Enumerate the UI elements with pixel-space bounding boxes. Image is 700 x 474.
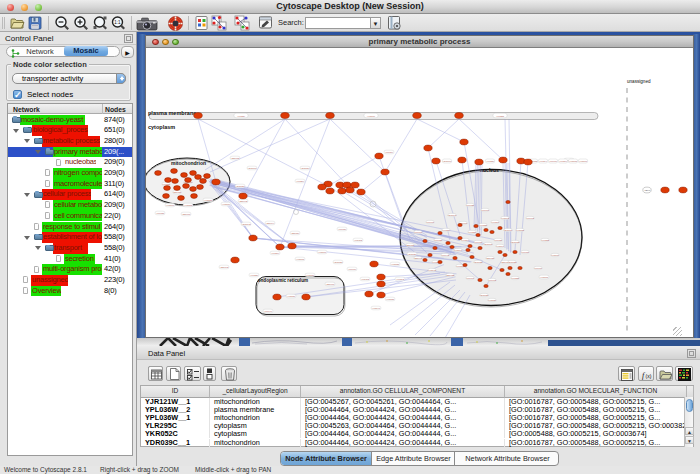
svg-text:YBR022: YBR022	[446, 274, 455, 276]
svg-text:YLR112: YLR112	[354, 239, 363, 241]
svg-text:YLR137: YLR137	[287, 295, 296, 297]
svg-text:YPL087: YPL087	[521, 251, 530, 253]
svg-text:YKL239: YKL239	[237, 115, 246, 117]
svg-text:plasma membrane: plasma membrane	[148, 110, 196, 116]
svg-text:YPL078: YPL078	[474, 241, 483, 243]
svg-text:YLR171: YLR171	[318, 251, 327, 253]
svg-text:YLR185: YLR185	[391, 263, 400, 265]
svg-text:mitochondrion: mitochondrion	[171, 160, 206, 166]
svg-text:YKL230: YKL230	[442, 229, 451, 231]
svg-text:YBR094: YBR094	[266, 222, 275, 224]
svg-text:YLR165: YLR165	[540, 276, 549, 278]
svg-text:YDRC27: YDRC27	[479, 294, 489, 296]
svg-text:YLR188: YLR188	[386, 298, 395, 300]
svg-text:YPL040: YPL040	[264, 310, 273, 312]
svg-text:YPL012: YPL012	[526, 217, 535, 219]
svg-text:cytoplasm: cytoplasm	[148, 124, 175, 130]
svg-text:YDRC29: YDRC29	[407, 253, 417, 255]
svg-text:YPL067: YPL067	[466, 277, 475, 279]
svg-text:YPL077: YPL077	[426, 221, 435, 223]
svg-text:YPL070: YPL070	[348, 268, 357, 270]
svg-text:YBR041: YBR041	[414, 257, 423, 259]
svg-text:YKL227: YKL227	[468, 231, 477, 233]
svg-text:YKL294: YKL294	[539, 160, 548, 162]
svg-text:YPL013: YPL013	[488, 279, 497, 281]
svg-text:YDRC34: YDRC34	[300, 167, 310, 169]
svg-text:YBR071: YBR071	[182, 213, 191, 215]
svg-text:YKL269: YKL269	[271, 252, 280, 254]
svg-text:YPL043: YPL043	[441, 254, 450, 256]
svg-text:YDRC28: YDRC28	[507, 261, 517, 263]
svg-text:YPL080: YPL080	[338, 228, 347, 230]
svg-text:YDRC25: YDRC25	[473, 261, 483, 263]
svg-text:YBR077: YBR077	[326, 283, 335, 285]
svg-text:YDRC88: YDRC88	[510, 241, 520, 243]
svg-text:YLR171: YLR171	[166, 204, 175, 206]
svg-text:YLR178: YLR178	[569, 160, 578, 162]
svg-text:YBR081: YBR081	[406, 244, 415, 246]
svg-text:YBR093: YBR093	[220, 266, 229, 268]
svg-text:YDRC67: YDRC67	[483, 243, 493, 245]
svg-text:YLR123: YLR123	[204, 199, 213, 201]
svg-text:YBR056: YBR056	[173, 191, 182, 193]
svg-text:YLR177: YLR177	[579, 160, 588, 162]
svg-text:YKL266: YKL266	[491, 221, 500, 223]
svg-text:YBR037: YBR037	[486, 257, 495, 259]
svg-text:YDRC79: YDRC79	[442, 160, 452, 162]
svg-text:YKL238: YKL238	[511, 277, 520, 279]
svg-text:YLR132: YLR132	[516, 229, 525, 231]
svg-text:YLR170: YLR170	[222, 203, 231, 205]
svg-text:1:1: 1:1	[114, 20, 121, 25]
svg-text:YEL0: YEL0	[644, 189, 651, 192]
svg-text:YPL088: YPL088	[156, 212, 165, 214]
svg-text:YLR176: YLR176	[367, 115, 376, 117]
svg-text:YPL076: YPL076	[549, 160, 558, 162]
svg-text:YKL274: YKL274	[461, 239, 470, 241]
svg-text:YDRC70: YDRC70	[247, 167, 257, 169]
svg-text:YPL035: YPL035	[494, 239, 503, 241]
svg-text:YLR153: YLR153	[184, 204, 193, 206]
svg-text:YBR059: YBR059	[291, 232, 300, 234]
svg-text:YPL010: YPL010	[534, 267, 543, 269]
svg-text:unassigned: unassigned	[627, 79, 651, 84]
svg-text:YPL025: YPL025	[466, 204, 475, 206]
svg-text:YKL274: YKL274	[559, 160, 568, 162]
svg-text:YLR113: YLR113	[361, 278, 370, 280]
svg-text:YBR042: YBR042	[239, 200, 248, 202]
svg-text:YDRC97: YDRC97	[447, 214, 457, 216]
svg-text:YKL233: YKL233	[541, 239, 550, 241]
svg-text:YLR147: YLR147	[372, 307, 381, 309]
svg-text:YPL035: YPL035	[434, 239, 443, 241]
svg-text:YDRC20: YDRC20	[235, 185, 245, 187]
svg-text:YPL071: YPL071	[414, 231, 423, 233]
svg-text:(x): (x)	[645, 373, 651, 379]
svg-text:YPL054: YPL054	[385, 151, 394, 153]
svg-text:YLR192: YLR192	[501, 217, 510, 219]
svg-text:YPL017: YPL017	[481, 209, 490, 211]
svg-text:YKL220: YKL220	[250, 274, 259, 276]
svg-text:nucleus: nucleus	[480, 167, 499, 173]
svg-text:YLR165: YLR165	[296, 258, 305, 260]
svg-text:YKL255: YKL255	[496, 115, 505, 117]
svg-text:YKL293: YKL293	[396, 278, 405, 280]
svg-text:YLR164: YLR164	[496, 245, 505, 247]
svg-text:YDRC19: YDRC19	[503, 229, 513, 231]
svg-text:YBR013: YBR013	[231, 157, 240, 159]
svg-text:YLR145: YLR145	[428, 269, 437, 271]
svg-text:YKL235: YKL235	[162, 183, 171, 185]
svg-text:YKL254: YKL254	[296, 180, 305, 182]
svg-text:YLR199: YLR199	[454, 249, 463, 251]
svg-text:YDRC92: YDRC92	[241, 223, 251, 225]
svg-text:YLR131: YLR131	[306, 274, 315, 276]
svg-text:endoplasmic reticulum: endoplasmic reticulum	[258, 278, 308, 283]
svg-text:YKL226: YKL226	[486, 160, 495, 162]
svg-text:YDRC21: YDRC21	[333, 261, 343, 263]
svg-text:YKL225: YKL225	[479, 224, 488, 226]
svg-text:YLR130: YLR130	[488, 299, 497, 301]
svg-text:YLR170: YLR170	[551, 254, 560, 256]
